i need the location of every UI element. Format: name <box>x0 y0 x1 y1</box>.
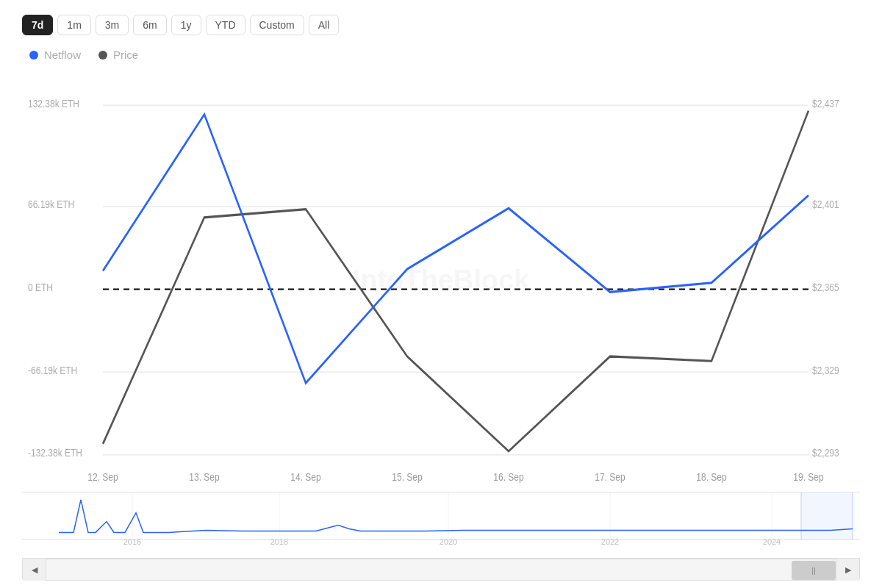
y-right-label-2: $2,365 <box>812 282 839 294</box>
btn-6m[interactable]: 6m <box>133 15 166 35</box>
main-chart-svg: 132.38k ETH 66.19k ETH 0 ETH -66.19k ETH… <box>22 68 860 492</box>
x-label-1: 13. Sep <box>189 471 219 484</box>
legend-dot-price <box>98 51 107 60</box>
btn-1m[interactable]: 1m <box>57 15 90 35</box>
y-right-label-1: $2,401 <box>812 198 839 211</box>
x-label-7: 19. Sep <box>793 471 823 484</box>
scroll-left-button[interactable]: ◀ <box>23 559 46 581</box>
svg-rect-10 <box>801 492 853 539</box>
btn-custom[interactable]: Custom <box>250 15 304 35</box>
scroll-track[interactable]: || <box>46 559 836 580</box>
btn-all[interactable]: All <box>309 15 340 35</box>
scroll-right-button[interactable]: ▶ <box>836 559 859 581</box>
mini-chart-area: 2016 2018 2020 2022 2024 <box>22 492 860 559</box>
x-label-6: 18. Sep <box>696 471 726 484</box>
scrollbar: ◀ || ▶ <box>22 559 860 581</box>
price-line <box>103 111 808 451</box>
btn-1y[interactable]: 1y <box>171 15 201 35</box>
y-left-label-0: 132.38k ETH <box>28 97 79 110</box>
scroll-thumb[interactable]: || <box>792 561 836 580</box>
y-right-label-0: $2,437 <box>812 97 839 110</box>
y-left-label-4: -132.38k ETH <box>28 447 82 459</box>
main-container: 7d 1m 3m 6m 1y YTD Custom All Netflow Pr… <box>0 0 882 588</box>
legend-price: Price <box>98 49 138 61</box>
y-left-label-3: -66.19k ETH <box>28 364 77 376</box>
chart-wrapper: IntoTheBlock 132.38k ETH 66.19k ETH 0 ET… <box>22 68 860 581</box>
netflow-line <box>103 115 808 384</box>
x-label-2: 14. Sep <box>290 471 320 484</box>
mini-netflow-line <box>59 500 853 533</box>
y-right-label-4: $2,293 <box>812 447 839 459</box>
btn-7d[interactable]: 7d <box>22 15 53 35</box>
main-chart-area: IntoTheBlock 132.38k ETH 66.19k ETH 0 ET… <box>22 68 860 492</box>
chart-legend: Netflow Price <box>22 49 860 61</box>
btn-ytd[interactable]: YTD <box>206 15 245 35</box>
mini-chart-svg: 2016 2018 2020 2022 2024 <box>22 492 860 558</box>
x-label-5: 17. Sep <box>595 471 625 484</box>
btn-3m[interactable]: 3m <box>96 15 129 35</box>
y-right-label-3: $2,329 <box>812 364 839 376</box>
legend-label-netflow: Netflow <box>44 49 81 61</box>
x-label-3: 15. Sep <box>392 471 422 484</box>
y-left-label-1: 66.19k ETH <box>28 198 74 211</box>
y-left-label-2: 0 ETH <box>28 282 53 294</box>
x-label-4: 16. Sep <box>493 471 523 484</box>
legend-netflow: Netflow <box>29 49 81 61</box>
legend-label-price: Price <box>113 49 138 61</box>
x-label-0: 12. Sep <box>87 471 118 484</box>
legend-dot-netflow <box>29 51 38 60</box>
time-range-bar: 7d 1m 3m 6m 1y YTD Custom All <box>22 15 860 35</box>
